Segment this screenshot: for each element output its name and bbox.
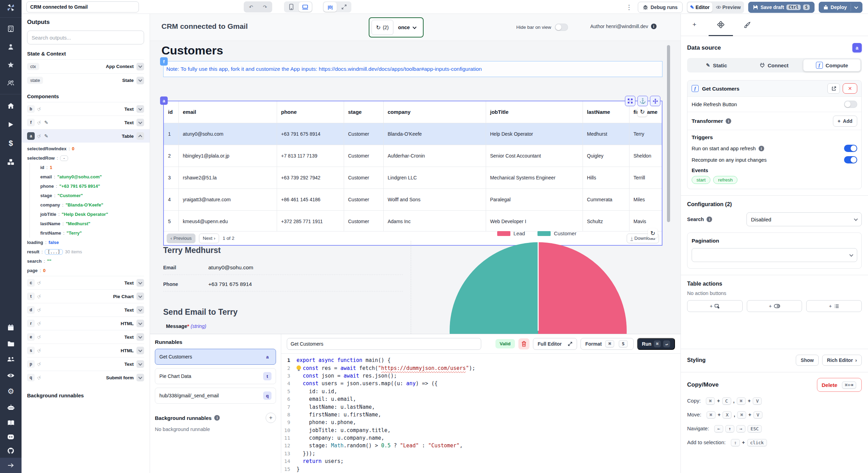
- hide-bar-toggle[interactable]: [555, 24, 568, 31]
- book-icon[interactable]: [0, 415, 22, 430]
- person-icon[interactable]: [0, 38, 22, 56]
- note-text-component[interactable]: Note: To fully use this app, fork it and…: [163, 61, 662, 77]
- bot-face-icon[interactable]: [0, 430, 22, 444]
- chevron-down-icon[interactable]: [136, 77, 144, 84]
- state-tree-row[interactable]: firstName : "Terry": [30, 228, 144, 238]
- state-tree-row[interactable]: stage : "Customer": [30, 191, 144, 200]
- deploy-chevron-down-icon[interactable]: [854, 5, 858, 9]
- user-group-icon[interactable]: [0, 74, 22, 92]
- state-tree-row[interactable]: selectedRow : -: [27, 153, 144, 163]
- rich-editor-button[interactable]: Rich Editor ›: [822, 355, 862, 366]
- robot-icon[interactable]: [0, 399, 22, 415]
- delete-component-button[interactable]: Delete ⌘+⌫: [817, 378, 862, 392]
- component-row[interactable]: b ☞ Text: [27, 102, 144, 116]
- component-row[interactable]: c ☞ Text: [27, 276, 144, 289]
- open-external-icon[interactable]: [827, 83, 840, 94]
- context-row[interactable]: ctx App Context: [27, 59, 144, 73]
- add-select-action[interactable]: +: [806, 300, 862, 312]
- chevron-down-icon[interactable]: [136, 279, 144, 287]
- canvas-scrollbar[interactable]: [667, 45, 670, 222]
- state-tree-row[interactable]: search : "": [27, 256, 144, 266]
- collapse-chip[interactable]: -: [60, 155, 68, 161]
- app-title-input[interactable]: [26, 1, 139, 12]
- runnable-name-input[interactable]: [287, 338, 481, 350]
- add-toggle-action[interactable]: +: [747, 300, 802, 312]
- component-row[interactable]: f ☞ ✎ Text: [27, 116, 144, 129]
- component-row[interactable]: p ☞ Text: [27, 357, 144, 371]
- static-mode-tab[interactable]: ✎Static: [688, 59, 745, 71]
- more-menu-icon[interactable]: ⋮: [625, 3, 634, 11]
- table-column-header[interactable]: lastName: [583, 101, 629, 123]
- save-draft-button[interactable]: Save draft CtrlS: [748, 2, 815, 13]
- run-button[interactable]: Run⌘↵: [637, 338, 675, 350]
- component-settings-tab-icon[interactable]: [715, 19, 727, 30]
- runnable-item[interactable]: Get Customers a: [155, 349, 276, 365]
- table-column-header[interactable]: stage: [344, 101, 383, 123]
- compute-mode-tab[interactable]: fCompute: [803, 59, 861, 71]
- star-icon[interactable]: [0, 56, 22, 74]
- component-row[interactable]: s ☞ HTML: [27, 344, 144, 357]
- component-row[interactable]: e ☞ Text: [27, 330, 144, 344]
- format-button[interactable]: Format⌘S: [581, 338, 634, 350]
- remove-datasource-icon[interactable]: ✕: [843, 83, 857, 94]
- chevron-down-icon[interactable]: [136, 360, 144, 368]
- add-button-action[interactable]: +: [687, 300, 743, 312]
- chevron-down-icon[interactable]: [136, 293, 144, 300]
- component-badge-a[interactable]: a: [160, 96, 168, 105]
- table-refresh-icon[interactable]: ↻: [637, 107, 647, 117]
- play-icon[interactable]: [0, 115, 22, 134]
- add-background-runnable-button[interactable]: +: [266, 413, 276, 423]
- context-row[interactable]: state State: [27, 73, 144, 87]
- deploy-button[interactable]: Deploy: [819, 2, 862, 13]
- eye-icon[interactable]: [0, 368, 22, 383]
- debug-runs-button[interactable]: Debug runs: [638, 2, 683, 13]
- move-component-icon[interactable]: [650, 96, 660, 106]
- state-tree-row[interactable]: email : "atuny0@sohu.com": [30, 172, 144, 181]
- state-tree-row[interactable]: lastName : "Medhurst": [30, 219, 144, 228]
- chevron-down-icon[interactable]: [136, 374, 144, 381]
- anchor-component-icon[interactable]: ⚓: [637, 96, 648, 106]
- chevron-toggle-icon[interactable]: [136, 119, 144, 126]
- insert-component-tab-plus-icon[interactable]: +: [688, 19, 700, 30]
- tab-preview[interactable]: Preview: [713, 2, 744, 12]
- table-row[interactable]: 4 yraigatt3@nature.com +86 461 145 4186 …: [164, 188, 662, 210]
- table-row[interactable]: 3 rshawe2@51.la +63 739 292 7942 Custome…: [164, 167, 662, 188]
- calendar-icon[interactable]: [0, 320, 22, 336]
- chevron-down-icon[interactable]: [136, 333, 144, 341]
- expand-canvas-icon[interactable]: [337, 2, 351, 12]
- dollar-icon[interactable]: $: [0, 134, 22, 153]
- tab-editor[interactable]: ✎ Editor: [687, 2, 712, 12]
- show-styling-button[interactable]: Show: [796, 355, 818, 366]
- pagination-select[interactable]: [692, 248, 857, 262]
- state-tree-row[interactable]: jobTitle : "Help Desk Operator": [30, 210, 144, 219]
- gear-icon[interactable]: ⚙: [0, 383, 22, 399]
- table-column-header[interactable]: phone: [277, 101, 344, 123]
- windmill-logo-icon[interactable]: [0, 0, 22, 15]
- state-tree-row[interactable]: company : "Blanda-O'Keefe": [30, 200, 144, 210]
- component-row[interactable]: d ☞ Text: [27, 303, 144, 316]
- desktop-view-icon[interactable]: [299, 2, 312, 12]
- table-column-header[interactable]: jobTitle: [486, 101, 583, 123]
- legend-item[interactable]: Customer: [537, 230, 576, 236]
- recompute-toggle[interactable]: [844, 156, 857, 163]
- github-icon[interactable]: [0, 444, 22, 458]
- table-row[interactable]: 2 hbingley1@plala.or.jp +7 813 117 7139 …: [164, 145, 662, 167]
- redo-icon[interactable]: ↷: [258, 2, 272, 12]
- hide-refresh-toggle[interactable]: [844, 101, 857, 108]
- chart-refresh-icon[interactable]: ↻: [648, 228, 658, 238]
- chevron-toggle-icon[interactable]: [136, 105, 144, 113]
- mobile-view-icon[interactable]: [285, 2, 298, 12]
- trash-icon[interactable]: [518, 338, 529, 349]
- collapse-chip[interactable]: [...]: [45, 249, 63, 255]
- pie[interactable]: [450, 242, 627, 334]
- chevron-down-icon[interactable]: [136, 306, 144, 314]
- state-tree-row[interactable]: selectedRowIndex : 0: [27, 144, 144, 153]
- component-row[interactable]: a ☞ ✎ Table: [22, 129, 150, 143]
- team-icon[interactable]: [0, 352, 22, 368]
- styling-tab-brush-icon[interactable]: [741, 19, 753, 30]
- expand-component-icon[interactable]: [625, 96, 635, 106]
- chevron-down-icon[interactable]: [136, 347, 144, 354]
- collapse-rail-button[interactable]: [0, 458, 22, 473]
- chevron-down-icon[interactable]: [136, 63, 144, 70]
- search-outputs-input[interactable]: [27, 31, 144, 44]
